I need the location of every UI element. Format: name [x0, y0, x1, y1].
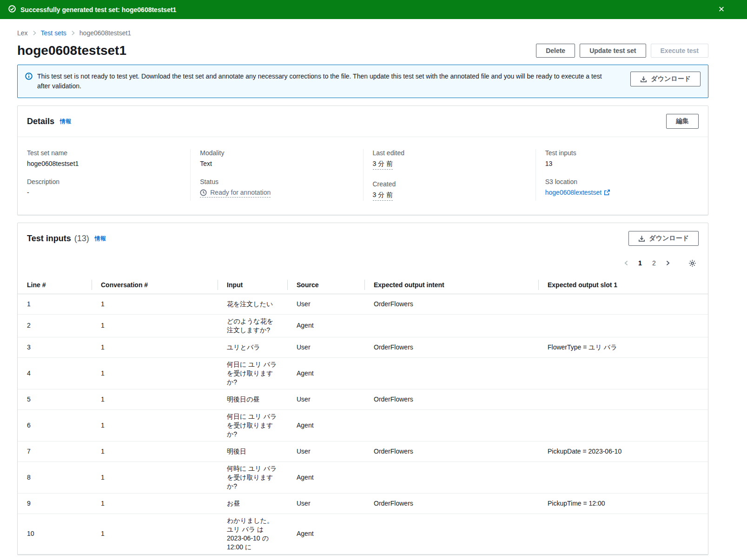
page-actions: Delete Update test set Execute test — [536, 44, 708, 58]
cell-line-number: 1 — [18, 294, 92, 314]
last-edited-value[interactable]: 3 分 前 — [373, 160, 393, 170]
pagination-next-button[interactable] — [661, 257, 674, 270]
cell-expected-slot — [538, 357, 708, 389]
pagination-page-2[interactable]: 2 — [648, 257, 661, 270]
cell-input: どのような花を注文しますか? — [218, 314, 287, 337]
details-info-link[interactable]: 情報 — [60, 118, 71, 125]
cell-conversation-number: 1 — [92, 389, 218, 409]
field-description: Description - — [27, 178, 181, 196]
info-icon — [25, 72, 33, 80]
breadcrumb-chevron-icon — [32, 30, 37, 36]
field-value: 13 — [545, 160, 699, 167]
cell-expected-slot — [538, 389, 708, 409]
column-header-expected-intent: Expected output intent — [364, 276, 538, 294]
cell-source: User — [287, 337, 364, 357]
success-banner: Successfully generated test set: hoge060… — [0, 0, 747, 19]
cell-line-number: 3 — [18, 337, 92, 357]
column-header-conversation: Conversation # — [92, 276, 218, 294]
cell-conversation-number: 1 — [92, 461, 218, 493]
cell-expected-intent: OrderFlowers — [364, 389, 538, 409]
download-label: ダウンロード — [649, 234, 689, 243]
test-inputs-download-button[interactable]: ダウンロード — [628, 231, 699, 246]
cell-conversation-number: 1 — [92, 294, 218, 314]
cell-input: 明後日 — [218, 441, 287, 461]
test-inputs-info-link[interactable]: 情報 — [95, 235, 106, 243]
breadcrumb-lex[interactable]: Lex — [17, 29, 28, 37]
cell-expected-slot — [538, 409, 708, 441]
cell-source: User — [287, 441, 364, 461]
field-test-set-name: Test set name hoge0608testset1 — [27, 149, 181, 167]
gear-icon — [688, 259, 696, 267]
cell-source: Agent — [287, 461, 364, 493]
banner-close-button[interactable] — [716, 4, 727, 15]
cell-line-number: 8 — [18, 461, 92, 493]
cell-source: User — [287, 389, 364, 409]
cell-source: Agent — [287, 357, 364, 389]
field-label: Test inputs — [545, 149, 699, 157]
cell-expected-slot: PickupDate = 2023-06-10 — [538, 441, 708, 461]
field-modality: Modality Text — [200, 149, 353, 167]
test-inputs-title: Test inputs — [27, 234, 71, 244]
cell-expected-intent: OrderFlowers — [364, 441, 538, 461]
field-value: Text — [200, 160, 353, 167]
table-row: 8 1 何時に ユリ バラ を受け取りますか? Agent — [18, 461, 708, 493]
delete-button[interactable]: Delete — [536, 44, 575, 58]
cell-input: 明後日の昼 — [218, 389, 287, 409]
table-row: 9 1 お昼 User OrderFlowers PickupTime = 12… — [18, 493, 708, 514]
cell-conversation-number: 1 — [92, 409, 218, 441]
field-test-inputs-count: Test inputs 13 — [545, 149, 699, 167]
alert-download-button[interactable]: ダウンロード — [630, 72, 701, 86]
cell-line-number: 4 — [18, 357, 92, 389]
update-test-set-button[interactable]: Update test set — [580, 44, 646, 58]
banner-message: Successfully generated test set: hoge060… — [20, 6, 176, 13]
status-badge[interactable]: Ready for annotation — [200, 189, 271, 198]
breadcrumb-test-sets[interactable]: Test sets — [41, 29, 66, 37]
table-row: 3 1 ユリとバラ User OrderFlowers FlowerType =… — [18, 337, 708, 357]
cell-source: Agent — [287, 514, 364, 554]
close-icon — [718, 6, 725, 13]
field-label: Modality — [200, 149, 353, 157]
details-column-4: Test inputs 13 S3 location hoge0608lexte… — [535, 149, 708, 201]
test-inputs-count: (13) — [74, 234, 89, 244]
test-inputs-header: Test inputs (13) 情報 ダウンロード — [18, 223, 708, 254]
field-status: Status Ready for annotation — [200, 178, 353, 198]
details-column-1: Test set name hoge0608testset1 Descripti… — [18, 149, 190, 201]
cell-input: 花を注文したい — [218, 294, 287, 314]
cell-conversation-number: 1 — [92, 514, 218, 554]
cell-input: お昼 — [218, 493, 287, 514]
details-column-3: Last edited 3 分 前 Created 3 分 前 — [363, 149, 535, 201]
cell-source: Agent — [287, 409, 364, 441]
breadcrumb: Lex Test sets hoge0608testset1 — [17, 29, 708, 37]
cell-line-number: 2 — [18, 314, 92, 337]
download-label: ダウンロード — [651, 75, 691, 83]
table-row: 4 1 何日に ユリ バラ を受け取りますか? Agent — [18, 357, 708, 389]
cell-source: User — [287, 294, 364, 314]
details-column-2: Modality Text Status Ready for annotatio… — [190, 149, 363, 201]
field-label: Test set name — [27, 149, 181, 157]
details-panel: Details 情報 編集 Test set name hoge0608test… — [17, 105, 708, 215]
edit-button[interactable]: 編集 — [666, 114, 699, 129]
created-value[interactable]: 3 分 前 — [373, 191, 393, 201]
cell-expected-intent — [364, 461, 538, 493]
cell-line-number: 5 — [18, 389, 92, 409]
page-header: hoge0608testset1 Delete Update test set … — [17, 43, 708, 58]
pagination-prev-button[interactable] — [620, 257, 633, 270]
execute-test-button[interactable]: Execute test — [651, 44, 708, 58]
s3-location-text: hoge0608lextestset — [545, 189, 602, 196]
field-value: - — [27, 189, 181, 196]
table-preferences-button[interactable] — [686, 257, 699, 270]
cell-input: 何時に ユリ バラ を受け取りますか? — [218, 461, 287, 493]
table-header-row: Line # Conversation # Input Source Expec… — [18, 276, 708, 294]
pagination-page-1[interactable]: 1 — [634, 257, 647, 270]
cell-source: Agent — [287, 314, 364, 337]
field-s3-location: S3 location hoge0608lextestset — [545, 178, 699, 196]
cell-expected-slot: PickupTime = 12:00 — [538, 493, 708, 514]
s3-location-link[interactable]: hoge0608lextestset — [545, 189, 610, 196]
cell-conversation-number: 1 — [92, 441, 218, 461]
field-label: Created — [373, 180, 526, 188]
cell-expected-intent — [364, 514, 538, 554]
table-row: 7 1 明後日 User OrderFlowers PickupDate = 2… — [18, 441, 708, 461]
cell-line-number: 6 — [18, 409, 92, 441]
column-header-input: Input — [218, 276, 287, 294]
test-inputs-panel: Test inputs (13) 情報 ダウンロード 1 2 — [17, 223, 708, 555]
